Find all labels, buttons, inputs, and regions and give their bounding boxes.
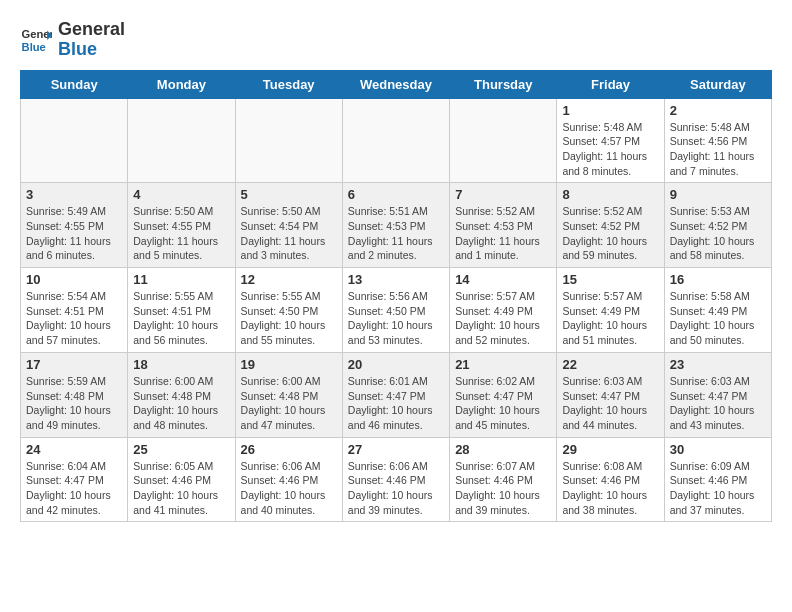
day-number: 9 [670, 187, 766, 202]
day-number: 7 [455, 187, 551, 202]
calendar-cell: 28Sunrise: 6:07 AM Sunset: 4:46 PM Dayli… [450, 437, 557, 522]
day-number: 12 [241, 272, 337, 287]
day-info: Sunrise: 6:09 AM Sunset: 4:46 PM Dayligh… [670, 459, 766, 518]
day-info: Sunrise: 5:57 AM Sunset: 4:49 PM Dayligh… [455, 289, 551, 348]
calendar-cell: 14Sunrise: 5:57 AM Sunset: 4:49 PM Dayli… [450, 268, 557, 353]
weekday-header-monday: Monday [128, 70, 235, 98]
weekday-header-row: SundayMondayTuesdayWednesdayThursdayFrid… [21, 70, 772, 98]
day-info: Sunrise: 5:52 AM Sunset: 4:53 PM Dayligh… [455, 204, 551, 263]
day-number: 25 [133, 442, 229, 457]
calendar-table: SundayMondayTuesdayWednesdayThursdayFrid… [20, 70, 772, 523]
day-number: 6 [348, 187, 444, 202]
day-info: Sunrise: 6:07 AM Sunset: 4:46 PM Dayligh… [455, 459, 551, 518]
day-info: Sunrise: 5:51 AM Sunset: 4:53 PM Dayligh… [348, 204, 444, 263]
calendar-cell: 10Sunrise: 5:54 AM Sunset: 4:51 PM Dayli… [21, 268, 128, 353]
day-info: Sunrise: 6:08 AM Sunset: 4:46 PM Dayligh… [562, 459, 658, 518]
week-row-5: 24Sunrise: 6:04 AM Sunset: 4:47 PM Dayli… [21, 437, 772, 522]
calendar-cell: 11Sunrise: 5:55 AM Sunset: 4:51 PM Dayli… [128, 268, 235, 353]
day-number: 30 [670, 442, 766, 457]
calendar-cell: 18Sunrise: 6:00 AM Sunset: 4:48 PM Dayli… [128, 352, 235, 437]
day-info: Sunrise: 6:06 AM Sunset: 4:46 PM Dayligh… [241, 459, 337, 518]
day-number: 14 [455, 272, 551, 287]
svg-text:Blue: Blue [22, 41, 46, 53]
calendar-cell: 27Sunrise: 6:06 AM Sunset: 4:46 PM Dayli… [342, 437, 449, 522]
day-info: Sunrise: 6:06 AM Sunset: 4:46 PM Dayligh… [348, 459, 444, 518]
day-info: Sunrise: 5:48 AM Sunset: 4:57 PM Dayligh… [562, 120, 658, 179]
calendar-cell: 23Sunrise: 6:03 AM Sunset: 4:47 PM Dayli… [664, 352, 771, 437]
day-number: 28 [455, 442, 551, 457]
day-number: 21 [455, 357, 551, 372]
day-info: Sunrise: 6:00 AM Sunset: 4:48 PM Dayligh… [133, 374, 229, 433]
calendar-cell: 5Sunrise: 5:50 AM Sunset: 4:54 PM Daylig… [235, 183, 342, 268]
day-number: 18 [133, 357, 229, 372]
calendar-cell: 22Sunrise: 6:03 AM Sunset: 4:47 PM Dayli… [557, 352, 664, 437]
day-info: Sunrise: 5:49 AM Sunset: 4:55 PM Dayligh… [26, 204, 122, 263]
day-number: 17 [26, 357, 122, 372]
weekday-header-wednesday: Wednesday [342, 70, 449, 98]
calendar-cell: 24Sunrise: 6:04 AM Sunset: 4:47 PM Dayli… [21, 437, 128, 522]
day-info: Sunrise: 5:58 AM Sunset: 4:49 PM Dayligh… [670, 289, 766, 348]
day-number: 5 [241, 187, 337, 202]
calendar-cell: 26Sunrise: 6:06 AM Sunset: 4:46 PM Dayli… [235, 437, 342, 522]
week-row-3: 10Sunrise: 5:54 AM Sunset: 4:51 PM Dayli… [21, 268, 772, 353]
logo-text: General Blue [58, 20, 125, 60]
day-info: Sunrise: 5:56 AM Sunset: 4:50 PM Dayligh… [348, 289, 444, 348]
day-number: 8 [562, 187, 658, 202]
calendar-cell [128, 98, 235, 183]
calendar-cell: 7Sunrise: 5:52 AM Sunset: 4:53 PM Daylig… [450, 183, 557, 268]
day-number: 23 [670, 357, 766, 372]
calendar-cell: 1Sunrise: 5:48 AM Sunset: 4:57 PM Daylig… [557, 98, 664, 183]
calendar-cell [21, 98, 128, 183]
day-info: Sunrise: 6:04 AM Sunset: 4:47 PM Dayligh… [26, 459, 122, 518]
day-info: Sunrise: 5:50 AM Sunset: 4:55 PM Dayligh… [133, 204, 229, 263]
day-number: 22 [562, 357, 658, 372]
calendar-cell: 16Sunrise: 5:58 AM Sunset: 4:49 PM Dayli… [664, 268, 771, 353]
page-header: General Blue General Blue [20, 20, 772, 60]
day-number: 10 [26, 272, 122, 287]
calendar-cell: 8Sunrise: 5:52 AM Sunset: 4:52 PM Daylig… [557, 183, 664, 268]
day-info: Sunrise: 5:59 AM Sunset: 4:48 PM Dayligh… [26, 374, 122, 433]
day-number: 20 [348, 357, 444, 372]
calendar-cell: 3Sunrise: 5:49 AM Sunset: 4:55 PM Daylig… [21, 183, 128, 268]
calendar-cell: 20Sunrise: 6:01 AM Sunset: 4:47 PM Dayli… [342, 352, 449, 437]
calendar-cell [450, 98, 557, 183]
day-info: Sunrise: 5:48 AM Sunset: 4:56 PM Dayligh… [670, 120, 766, 179]
day-info: Sunrise: 5:53 AM Sunset: 4:52 PM Dayligh… [670, 204, 766, 263]
day-info: Sunrise: 6:03 AM Sunset: 4:47 PM Dayligh… [670, 374, 766, 433]
calendar-cell: 12Sunrise: 5:55 AM Sunset: 4:50 PM Dayli… [235, 268, 342, 353]
calendar-cell: 29Sunrise: 6:08 AM Sunset: 4:46 PM Dayli… [557, 437, 664, 522]
calendar-cell: 13Sunrise: 5:56 AM Sunset: 4:50 PM Dayli… [342, 268, 449, 353]
day-info: Sunrise: 6:00 AM Sunset: 4:48 PM Dayligh… [241, 374, 337, 433]
calendar-cell: 9Sunrise: 5:53 AM Sunset: 4:52 PM Daylig… [664, 183, 771, 268]
day-info: Sunrise: 5:54 AM Sunset: 4:51 PM Dayligh… [26, 289, 122, 348]
day-info: Sunrise: 6:01 AM Sunset: 4:47 PM Dayligh… [348, 374, 444, 433]
day-number: 26 [241, 442, 337, 457]
week-row-1: 1Sunrise: 5:48 AM Sunset: 4:57 PM Daylig… [21, 98, 772, 183]
week-row-4: 17Sunrise: 5:59 AM Sunset: 4:48 PM Dayli… [21, 352, 772, 437]
logo-icon: General Blue [20, 24, 52, 56]
weekday-header-tuesday: Tuesday [235, 70, 342, 98]
day-number: 4 [133, 187, 229, 202]
day-info: Sunrise: 5:55 AM Sunset: 4:50 PM Dayligh… [241, 289, 337, 348]
calendar-cell: 6Sunrise: 5:51 AM Sunset: 4:53 PM Daylig… [342, 183, 449, 268]
week-row-2: 3Sunrise: 5:49 AM Sunset: 4:55 PM Daylig… [21, 183, 772, 268]
calendar-cell: 19Sunrise: 6:00 AM Sunset: 4:48 PM Dayli… [235, 352, 342, 437]
day-number: 1 [562, 103, 658, 118]
day-info: Sunrise: 5:50 AM Sunset: 4:54 PM Dayligh… [241, 204, 337, 263]
day-info: Sunrise: 5:55 AM Sunset: 4:51 PM Dayligh… [133, 289, 229, 348]
day-number: 27 [348, 442, 444, 457]
day-info: Sunrise: 6:03 AM Sunset: 4:47 PM Dayligh… [562, 374, 658, 433]
day-number: 3 [26, 187, 122, 202]
calendar-cell: 25Sunrise: 6:05 AM Sunset: 4:46 PM Dayli… [128, 437, 235, 522]
logo: General Blue General Blue [20, 20, 125, 60]
calendar-cell [342, 98, 449, 183]
day-number: 29 [562, 442, 658, 457]
day-info: Sunrise: 5:57 AM Sunset: 4:49 PM Dayligh… [562, 289, 658, 348]
weekday-header-thursday: Thursday [450, 70, 557, 98]
calendar-cell: 2Sunrise: 5:48 AM Sunset: 4:56 PM Daylig… [664, 98, 771, 183]
calendar-cell: 4Sunrise: 5:50 AM Sunset: 4:55 PM Daylig… [128, 183, 235, 268]
day-info: Sunrise: 6:05 AM Sunset: 4:46 PM Dayligh… [133, 459, 229, 518]
weekday-header-saturday: Saturday [664, 70, 771, 98]
day-number: 13 [348, 272, 444, 287]
calendar-cell: 15Sunrise: 5:57 AM Sunset: 4:49 PM Dayli… [557, 268, 664, 353]
